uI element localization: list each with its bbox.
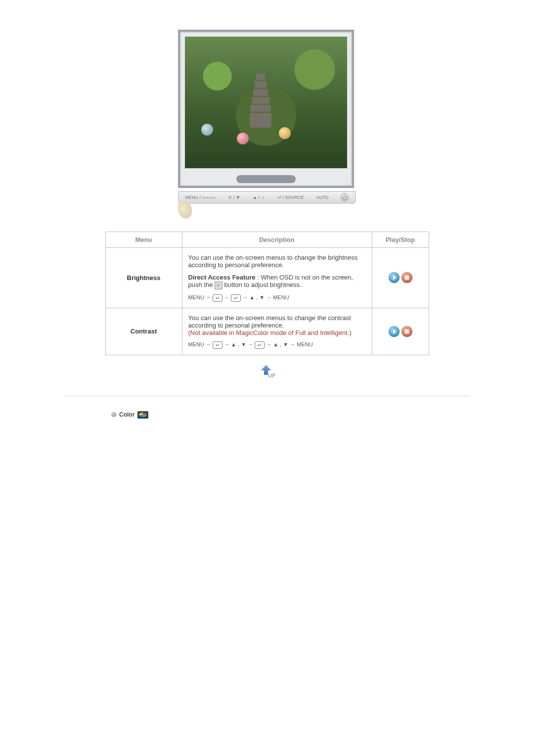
- table-row: Brightness You can use the on-screen men…: [105, 248, 429, 308]
- stop-button[interactable]: [401, 326, 412, 337]
- enter-key-icon: ↵: [231, 294, 241, 302]
- lantern-blue: [201, 124, 213, 136]
- section-divider: [64, 396, 470, 396]
- section-title: Color: [119, 411, 134, 418]
- monitor-screen: [185, 37, 347, 168]
- brightness-sequence: MENU → ↵ → ↵ → ▲ , ▼ → MENU: [188, 294, 366, 302]
- btn-menu: MENU / ▭▭▭: [185, 195, 216, 200]
- btn-source: ⏎ / SOURCE: [277, 195, 304, 200]
- menu-brightness: Brightness: [105, 248, 182, 308]
- up-label: UP: [268, 373, 275, 378]
- brightness-text2c: button to adjust brightness.: [222, 281, 302, 288]
- scroll-up-link[interactable]: UP: [257, 365, 277, 381]
- enter-key-icon: ↵: [255, 341, 265, 349]
- seq-text: → ▲ , ▼ → MENU: [265, 341, 313, 347]
- table-row: Contrast You can use the on-screen menus…: [105, 308, 429, 355]
- color-icon: [137, 411, 148, 419]
- monitor-bezel: [178, 30, 354, 188]
- playstop-brightness: [372, 248, 429, 308]
- brightness-text2: Direct Access Feature : When OSD is not …: [188, 274, 366, 289]
- play-button[interactable]: [389, 272, 400, 283]
- desc-contrast: You can use the on-screen menus to chang…: [182, 308, 372, 355]
- seq-text: → ▲ , ▼ →: [222, 341, 255, 347]
- table-header-row: Menu Description Play/Stop: [105, 232, 429, 248]
- col-menu: Menu: [105, 232, 182, 248]
- menu-contrast: Contrast: [105, 308, 182, 355]
- brightness-icon: [215, 282, 222, 289]
- direct-access-label: Direct Access Feature: [188, 274, 256, 281]
- enter-key-icon: ↵: [213, 341, 222, 349]
- osd-table: Menu Description Play/Stop Brightness Yo…: [105, 232, 429, 355]
- seq-text: → ▲ , ▼ → MENU: [241, 294, 289, 300]
- col-playstop: Play/Stop: [372, 232, 429, 248]
- btn-up: ▲ / ☼: [253, 195, 265, 200]
- seq-text: MENU →: [188, 294, 213, 300]
- power-icon: ⏻: [341, 193, 349, 201]
- section-color-header: Color: [111, 411, 470, 419]
- enter-key-icon: ↵: [213, 294, 222, 302]
- bullet-icon: [111, 412, 116, 417]
- contrast-note: (Not available in MagicColor mode of Ful…: [188, 329, 366, 336]
- stop-button[interactable]: [401, 272, 412, 283]
- desc-brightness: You can use the on-screen menus to chang…: [182, 248, 372, 308]
- btn-auto: AUTO: [316, 195, 329, 200]
- play-button[interactable]: [389, 326, 400, 337]
- pagoda-icon: [250, 72, 271, 132]
- lantern-pink: [237, 133, 249, 144]
- page: MENU / ▭▭▭ ⛭ / ▼ ▲ / ☼ ⏎ / SOURCE AUTO ⏻…: [64, 0, 470, 428]
- monitor-stand-bar: [236, 175, 296, 183]
- monitor-illustration: MENU / ▭▭▭ ⛭ / ▼ ▲ / ☼ ⏎ / SOURCE AUTO ⏻: [178, 30, 356, 222]
- contrast-text1: You can use the on-screen menus to chang…: [188, 314, 366, 329]
- contrast-sequence: MENU → ↵ → ▲ , ▼ → ↵ → ▲ , ▼ → MENU: [188, 341, 366, 349]
- seq-text: →: [222, 294, 231, 300]
- btn-down: ⛭ / ▼: [228, 195, 240, 200]
- hand-pointer: [178, 202, 206, 222]
- col-description: Description: [182, 232, 372, 248]
- seq-text: MENU →: [188, 341, 213, 347]
- playstop-contrast: [372, 308, 429, 355]
- brightness-text1: You can use the on-screen menus to chang…: [188, 254, 366, 269]
